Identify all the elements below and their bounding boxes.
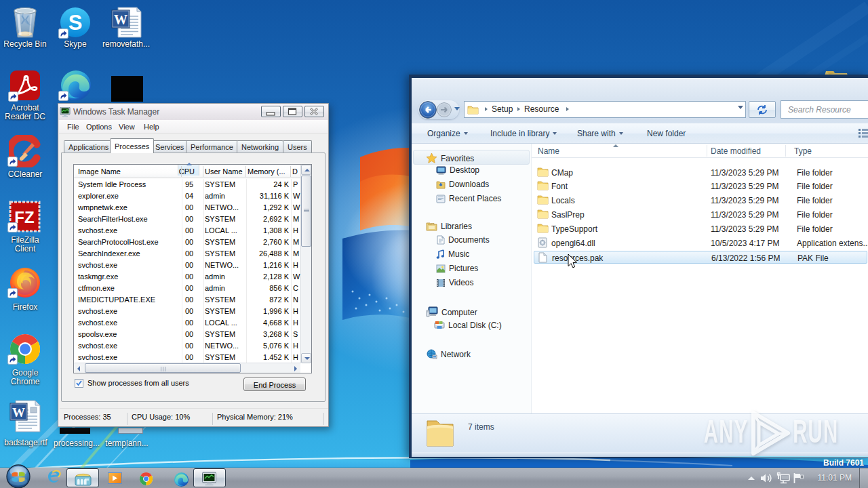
svg-text:S: S bbox=[68, 11, 83, 35]
svg-text:RUN: RUN bbox=[793, 412, 838, 450]
svg-text:W: W bbox=[12, 405, 25, 420]
svg-text:ANY: ANY bbox=[704, 412, 749, 450]
svg-text:W: W bbox=[114, 12, 127, 27]
